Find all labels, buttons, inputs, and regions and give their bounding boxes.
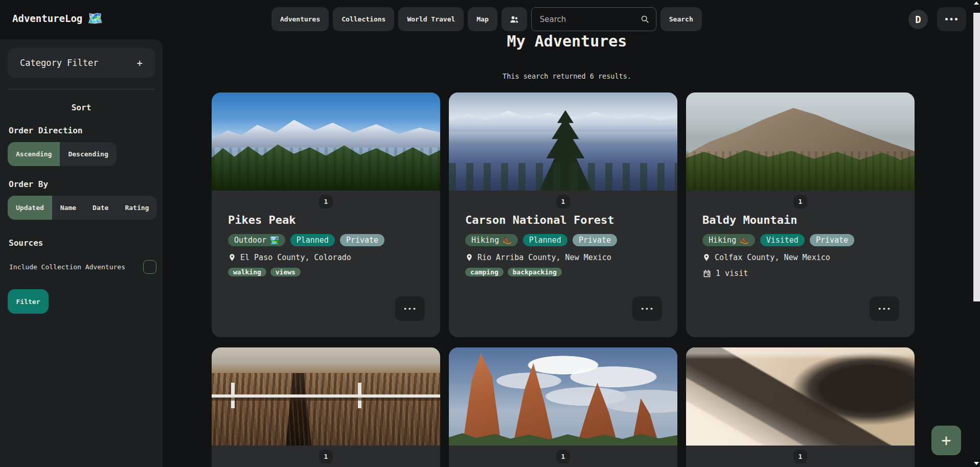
- nav-right: D •••: [908, 7, 966, 31]
- include-collection-label: Include Collection Adventures: [9, 263, 125, 271]
- map-emoji-icon: 🗺️: [87, 11, 103, 26]
- users-icon: [509, 14, 519, 25]
- nav-collections[interactable]: Collections: [333, 7, 394, 31]
- privacy-badge: Private: [340, 234, 384, 246]
- location-pin-icon: [228, 253, 236, 262]
- nav-adventures[interactable]: Adventures: [271, 7, 329, 31]
- order-by-updated[interactable]: Updated: [8, 196, 52, 220]
- category-emoji-icon: 🥾: [740, 236, 748, 244]
- tags-row: campingbackpacking: [465, 268, 661, 276]
- sidebar: Category Filter + Sort Order Direction A…: [0, 39, 163, 467]
- card-body: Carson National Forest Hiking 🥾 Planned …: [449, 214, 677, 276]
- photo-layer: [449, 347, 677, 446]
- app-logo[interactable]: AdventureLog 🗺️: [12, 11, 103, 26]
- sort-title: Sort: [0, 103, 163, 112]
- location-text: Colfax County, New Mexico: [715, 253, 830, 262]
- card-more-button[interactable]: •••: [395, 296, 425, 321]
- add-adventure-button[interactable]: +: [931, 426, 961, 455]
- adventure-photo[interactable]: [449, 92, 677, 191]
- card-more-button[interactable]: •••: [632, 296, 662, 321]
- scroll-up-arrow[interactable]: [974, 2, 979, 5]
- card-body: Baldy Mountain Hiking 🥾 Visited Private …: [686, 214, 915, 278]
- category-filter-toggle[interactable]: Category Filter +: [8, 48, 155, 78]
- category-badge: Hiking 🥾: [702, 234, 755, 246]
- adventure-title[interactable]: Baldy Mountain: [702, 214, 898, 226]
- sources-title: Sources: [9, 238, 163, 248]
- tag-badge: views: [270, 268, 301, 276]
- divider: [8, 89, 155, 89]
- order-direction-descending[interactable]: Descending: [60, 142, 116, 166]
- tag-badge: camping: [465, 268, 504, 276]
- more-menu-button[interactable]: •••: [937, 7, 966, 31]
- badge-row: Outdoor 🏞️ Planned Private: [228, 234, 424, 246]
- location-row: Rio Arriba County, New Mexico: [465, 253, 661, 262]
- expand-icon: +: [137, 57, 143, 68]
- location-row: Colfax County, New Mexico: [702, 253, 898, 262]
- scrollbar[interactable]: [973, 0, 980, 467]
- adventure-photo[interactable]: [212, 92, 440, 191]
- location-row: El Paso County, Colorado: [228, 253, 424, 262]
- order-by-label: Order By: [9, 179, 163, 189]
- category-label: Hiking: [471, 236, 499, 245]
- page-title: My Adventures: [163, 32, 971, 50]
- tag-badge: backpacking: [508, 268, 562, 276]
- nav-map[interactable]: Map: [468, 7, 497, 31]
- photo-layer: [212, 92, 440, 191]
- privacy-badge: Private: [573, 234, 617, 246]
- photo-layer: [686, 347, 915, 446]
- adventure-photo[interactable]: [212, 347, 440, 446]
- adventure-photo[interactable]: [449, 347, 677, 446]
- image-count-badge: 1: [556, 195, 570, 208]
- avatar[interactable]: D: [908, 10, 928, 29]
- category-emoji-icon: 🏞️: [270, 236, 279, 244]
- adventure-title[interactable]: Carson National Forest: [465, 214, 661, 226]
- photo-layer: [449, 92, 677, 191]
- nav-world-travel[interactable]: World Travel: [398, 7, 464, 31]
- search-input[interactable]: [531, 7, 656, 31]
- order-direction-label: Order Direction: [9, 126, 163, 135]
- image-count-badge: 1: [793, 450, 807, 463]
- search-button[interactable]: Search: [660, 7, 702, 31]
- card-more-button[interactable]: •••: [870, 296, 899, 321]
- include-collection-checkbox[interactable]: [143, 260, 156, 274]
- category-label: Outdoor: [234, 236, 266, 245]
- visit-count-text: 1 visit: [716, 269, 748, 278]
- order-by-date[interactable]: Date: [84, 196, 117, 220]
- photo-layer: [686, 92, 915, 191]
- adventure-title[interactable]: Pikes Peak: [228, 214, 424, 226]
- order-by-name[interactable]: Name: [52, 196, 84, 220]
- category-filter-label: Category Filter: [20, 58, 99, 68]
- visit-row: 1 visit: [702, 269, 898, 278]
- location-text: Rio Arriba County, New Mexico: [477, 253, 611, 262]
- category-label: Hiking: [709, 236, 736, 245]
- users-button[interactable]: [502, 7, 527, 31]
- category-badge: Hiking 🥾: [465, 234, 518, 246]
- location-pin-icon: [702, 253, 711, 262]
- nav-links: AdventuresCollectionsWorld TravelMap: [271, 7, 497, 31]
- location-pin-icon: [465, 253, 473, 262]
- order-direction-ascending[interactable]: Ascending: [8, 142, 60, 166]
- app-title: AdventureLog: [12, 13, 82, 24]
- order-by-rating[interactable]: Rating: [117, 196, 157, 220]
- adventure-photo[interactable]: [686, 92, 915, 191]
- status-badge: Planned: [523, 234, 567, 246]
- scrollbar-thumb[interactable]: [973, 13, 980, 301]
- nav-center: AdventuresCollectionsWorld TravelMap Sea…: [271, 7, 702, 31]
- adventure-photo[interactable]: [686, 347, 915, 446]
- calendar-icon: [702, 269, 712, 278]
- adventure-card: 1: [212, 347, 440, 467]
- image-count-badge: 1: [793, 195, 807, 208]
- category-badge: Outdoor 🏞️: [228, 234, 285, 246]
- order-direction-segments: AscendingDescending: [8, 142, 117, 166]
- image-count-badge: 1: [319, 195, 333, 208]
- photo-layer: [212, 383, 440, 408]
- status-badge: Visited: [760, 234, 805, 246]
- privacy-badge: Private: [810, 234, 854, 246]
- include-collection-row: Include Collection Adventures: [9, 260, 156, 274]
- adventure-card: 1: [449, 347, 677, 467]
- adventure-card: 1 Baldy Mountain Hiking 🥾 Visited Privat…: [686, 92, 915, 337]
- scroll-down-arrow[interactable]: [974, 462, 979, 465]
- search-icon: [641, 15, 649, 24]
- filter-button[interactable]: Filter: [8, 289, 49, 314]
- category-emoji-icon: 🥾: [503, 236, 511, 244]
